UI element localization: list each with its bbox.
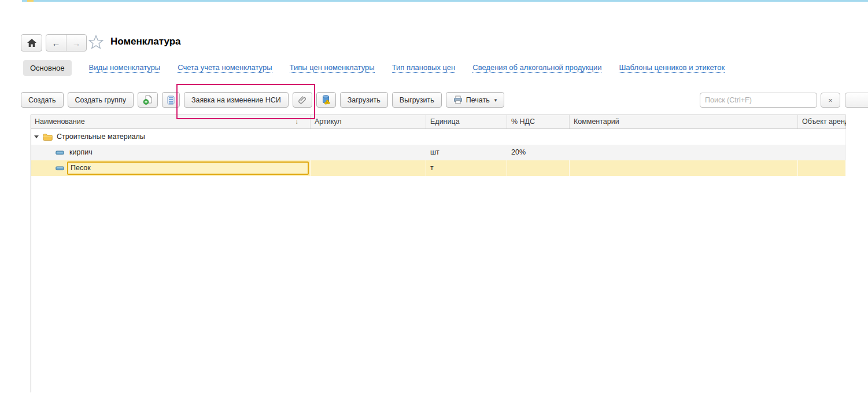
attachments-button[interactable] xyxy=(293,92,312,108)
column-header-name[interactable]: Наименование ↓ xyxy=(31,115,311,128)
printer-icon xyxy=(453,96,463,104)
home-button[interactable] xyxy=(21,34,42,52)
favorite-star-icon[interactable] xyxy=(88,35,104,50)
table-row[interactable]: Песокт xyxy=(31,160,846,176)
list-toolbar: Создать Создать группу xyxy=(21,92,504,108)
column-header-article[interactable]: Артикул xyxy=(311,115,426,128)
list-settings-button[interactable] xyxy=(162,92,180,108)
row-name: Строительные материалы xyxy=(56,130,309,144)
unit-cell[interactable]: шт xyxy=(426,145,507,160)
nomenclature-table: Наименование ↓ Артикул Единица % НДС Ком… xyxy=(31,115,846,176)
create-button[interactable]: Создать xyxy=(21,92,64,108)
comment-cell[interactable] xyxy=(570,160,798,176)
sort-descending-icon: ↓ xyxy=(295,115,298,128)
tab-osnovnoe[interactable]: Основное xyxy=(23,60,72,76)
database-change-button[interactable] xyxy=(316,92,336,108)
table-row[interactable]: Строительные материалы xyxy=(31,129,846,145)
database-cylinder-icon xyxy=(322,95,331,105)
back-icon: ← xyxy=(52,38,61,48)
unload-button[interactable]: Выгрузить xyxy=(392,92,442,108)
vat-cell[interactable] xyxy=(507,160,570,176)
row-name: кирпич xyxy=(67,146,309,159)
blue-list-icon xyxy=(167,96,175,105)
column-header-vat[interactable]: % НДС xyxy=(507,115,570,128)
search-input[interactable] xyxy=(700,93,817,108)
name-cell[interactable]: Песок xyxy=(31,160,311,176)
comment-cell[interactable] xyxy=(570,145,798,160)
topbar-highlight xyxy=(27,0,34,2)
table-header-row: Наименование ↓ Артикул Единица % НДС Ком… xyxy=(31,115,846,129)
tab-svedeniya-ob-alkogolnoy-produktsii[interactable]: Сведения об алкогольной продукции xyxy=(472,63,601,73)
tab-tipy-tsen-nomenklatury[interactable]: Типы цен номенклатуры xyxy=(290,63,375,73)
vat-cell[interactable] xyxy=(507,129,570,145)
close-icon: × xyxy=(828,96,833,105)
article-cell[interactable] xyxy=(311,145,426,160)
window-top-edge xyxy=(22,0,868,2)
rent-cell[interactable] xyxy=(798,160,846,176)
table-body: Строительные материалы кирпичшт20% Песок… xyxy=(31,129,846,176)
rent-cell[interactable] xyxy=(798,129,846,145)
load-button[interactable]: Загрузить xyxy=(340,92,388,108)
home-icon xyxy=(27,38,37,47)
unit-cell[interactable] xyxy=(426,129,507,145)
vat-cell[interactable]: 20% xyxy=(507,145,570,160)
article-cell[interactable] xyxy=(311,129,426,145)
create-group-button[interactable]: Создать группу xyxy=(68,92,134,108)
expand-triangle-icon[interactable] xyxy=(34,135,39,138)
tab-vidy-nomenklatury[interactable]: Виды номенклатуры xyxy=(89,63,161,73)
forward-icon: → xyxy=(72,38,81,48)
table-left-border xyxy=(31,115,31,392)
row-name: Песок xyxy=(67,161,309,175)
print-button[interactable]: Печать ▾ xyxy=(446,92,504,108)
tab-tip-planovyh-tsen[interactable]: Тип плановых цен xyxy=(392,63,456,73)
folder-icon xyxy=(43,133,53,141)
name-cell[interactable]: кирпич xyxy=(31,145,311,160)
item-icon xyxy=(56,166,64,171)
comment-cell[interactable] xyxy=(570,129,798,145)
paperclip-icon xyxy=(298,96,307,105)
print-label: Печать xyxy=(466,96,490,104)
clipped-right-edge-button[interactable] xyxy=(845,93,868,108)
copy-document-plus-icon xyxy=(143,95,153,105)
column-header-comment[interactable]: Комментарий xyxy=(570,115,798,128)
rent-cell[interactable] xyxy=(798,145,846,160)
history-navigation: ← → xyxy=(46,34,87,52)
nsi-change-request-button[interactable]: Заявка на изменение НСИ xyxy=(184,92,289,108)
table-row[interactable]: кирпичшт20% xyxy=(31,145,846,160)
tab-scheta-ucheta-nomenklatury[interactable]: Счета учета номенклатуры xyxy=(178,63,272,73)
back-button[interactable]: ← xyxy=(46,35,67,51)
page-title: Номенклатура xyxy=(110,36,181,47)
name-cell[interactable]: Строительные материалы xyxy=(31,129,311,145)
unit-cell[interactable]: т xyxy=(426,160,507,176)
tabs-bar: Основное Виды номенклатуры Счета учета н… xyxy=(23,59,725,76)
tab-shablony-tsennikov-i-etiketok[interactable]: Шаблоны ценников и этикеток xyxy=(619,63,725,73)
copy-item-button[interactable] xyxy=(138,92,158,108)
search-clear-button[interactable]: × xyxy=(821,93,840,108)
column-header-unit[interactable]: Единица xyxy=(426,115,507,128)
item-icon xyxy=(56,150,64,155)
forward-button[interactable]: → xyxy=(67,35,86,51)
chevron-down-icon: ▾ xyxy=(494,97,497,103)
article-cell[interactable] xyxy=(311,160,426,176)
column-header-rent-object[interactable]: Объект аренды xyxy=(798,115,846,128)
